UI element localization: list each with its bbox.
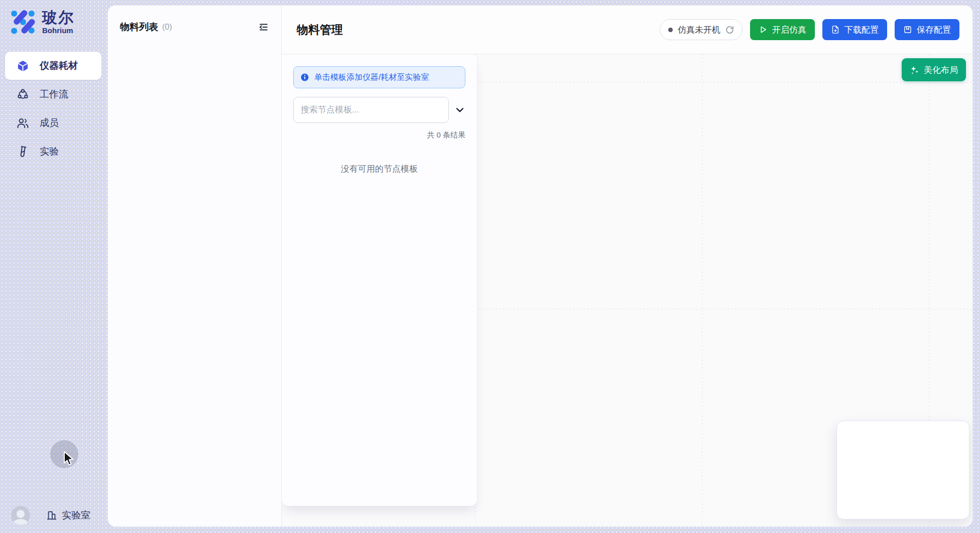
result-count: 共 0 条结果 — [293, 130, 465, 140]
bohrium-app: { "brand": { "zh": "玻尔", "en": "Bohrium"… — [0, 0, 980, 533]
materials-panel: 物料列表 (0) — [108, 6, 282, 526]
user-avatar[interactable] — [11, 506, 30, 525]
search-row — [293, 97, 465, 123]
flow-canvas[interactable]: 单击模板添加仪器/耗材至实验室 共 0 条结果 没有可用的节点模板 — [282, 54, 972, 526]
simulation-status-pill[interactable]: 仿真未开机 — [660, 19, 743, 40]
beautify-layout-button[interactable]: 美化布局 — [902, 58, 966, 81]
sparkles-icon — [910, 65, 919, 75]
beautify-layout-label: 美化布局 — [924, 64, 958, 76]
main-area: 物料管理 仿真未开机 — [282, 6, 972, 526]
start-simulation-label: 开启仿真 — [772, 24, 806, 36]
page-title: 物料管理 — [297, 22, 343, 38]
refresh-icon[interactable] — [725, 26, 734, 34]
workflow-icon — [17, 88, 29, 101]
sidebar-item-label: 工作流 — [40, 88, 68, 101]
content-card: 物料列表 (0) 物料管理 仿真未开机 — [107, 5, 973, 527]
test-tube-icon — [17, 146, 29, 158]
lab-entry-label: 实验室 — [62, 509, 90, 522]
sidebar-item-instruments[interactable]: 仪器耗材 — [5, 52, 101, 80]
materials-list-title: 物料列表 — [120, 21, 158, 34]
download-config-label: 下载配置 — [844, 24, 879, 36]
save-config-button[interactable]: 保存配置 — [895, 19, 959, 40]
save-config-label: 保存配置 — [917, 24, 951, 36]
collapse-panel-icon[interactable] — [258, 22, 269, 33]
cube-icon — [17, 60, 29, 72]
sidebar-nav: 仪器耗材 工作流 成员 — [5, 52, 101, 166]
sidebar-item-label: 实验 — [40, 145, 59, 158]
materials-list-count: (0) — [162, 23, 172, 32]
play-icon — [759, 25, 768, 34]
node-template-panel: 单击模板添加仪器/耗材至实验室 共 0 条结果 没有可用的节点模板 — [282, 55, 477, 506]
info-icon — [300, 73, 309, 82]
simulation-status-text: 仿真未开机 — [678, 24, 720, 36]
building-icon — [46, 510, 57, 521]
minimap-panel[interactable] — [836, 421, 969, 519]
hint-banner: 单击模板添加仪器/耗材至实验室 — [293, 66, 465, 88]
sidebar-item-label: 成员 — [40, 116, 59, 129]
status-dot-icon — [668, 28, 673, 32]
download-config-button[interactable]: 下载配置 — [822, 19, 887, 40]
users-icon — [17, 117, 29, 129]
sidebar-item-experiments[interactable]: 实验 — [5, 138, 101, 166]
brand-name-zh: 玻尔 — [42, 9, 74, 26]
search-input[interactable] — [293, 97, 449, 123]
sidebar-item-workflow[interactable]: 工作流 — [5, 80, 101, 108]
brand-logo: 玻尔 Bohrium — [9, 8, 74, 35]
hint-banner-text: 单击模板添加仪器/耗材至实验室 — [314, 72, 429, 83]
mouse-cursor — [63, 451, 75, 468]
brand-name-en: Bohrium — [42, 26, 74, 35]
materials-panel-header: 物料列表 (0) — [120, 21, 269, 34]
main-header: 物料管理 仿真未开机 — [282, 6, 972, 54]
chevron-down-icon[interactable] — [454, 104, 465, 115]
sidebar-footer: 实验室 — [11, 506, 90, 525]
sidebar-item-label: 仪器耗材 — [40, 59, 78, 72]
empty-state-text: 没有可用的节点模板 — [293, 163, 465, 175]
file-download-icon — [831, 25, 840, 34]
bohrium-logo-icon — [9, 8, 36, 35]
sidebar-item-members[interactable]: 成员 — [5, 109, 101, 137]
lab-entry[interactable]: 实验室 — [46, 509, 90, 522]
save-icon — [903, 25, 912, 34]
start-simulation-button[interactable]: 开启仿真 — [750, 19, 815, 40]
header-actions: 仿真未开机 开启仿真 — [660, 19, 959, 40]
